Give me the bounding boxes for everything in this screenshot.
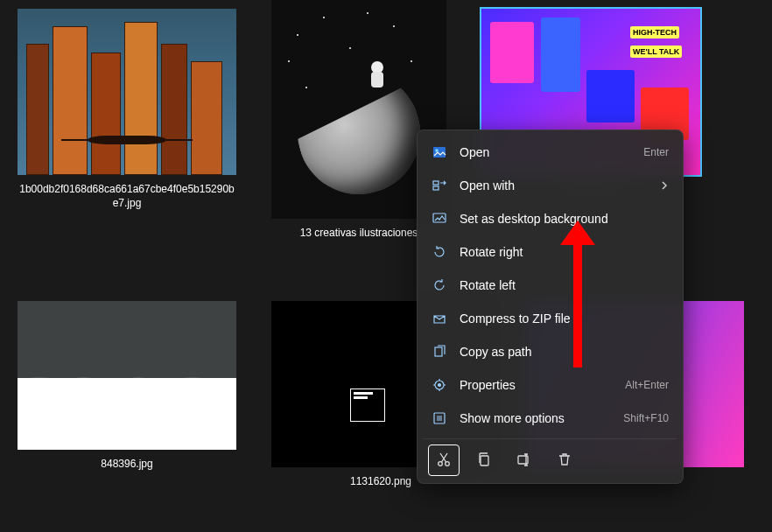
delete-icon [557, 452, 572, 470]
thumbnail [18, 301, 236, 450]
svg-point-0 [297, 34, 298, 36]
menu-item-open[interactable]: Open Enter [423, 136, 677, 169]
rename-icon [516, 452, 532, 470]
menu-item-accel: Shift+F10 [623, 412, 669, 424]
menu-item-accel: Alt+Enter [625, 379, 669, 391]
properties-icon [432, 377, 447, 393]
file-name-label: 1131620.png [350, 474, 411, 488]
svg-rect-10 [433, 181, 439, 185]
svg-rect-19 [481, 456, 488, 466]
desktop-icon [432, 211, 447, 227]
svg-point-1 [323, 17, 325, 18]
chevron-right-icon [660, 178, 669, 192]
svg-rect-11 [433, 186, 439, 190]
svg-point-9 [436, 150, 439, 152]
svg-point-6 [288, 60, 290, 62]
delete-button[interactable] [549, 444, 580, 476]
svg-point-2 [349, 47, 351, 49]
menu-item-label: Show more options [460, 411, 611, 425]
rotate-right-icon [432, 244, 447, 260]
copy-icon [476, 452, 492, 470]
menu-item-compress-zip[interactable]: Compress to ZIP file [423, 302, 677, 335]
rotate-left-icon [432, 277, 447, 293]
menu-item-rotate-right[interactable]: Rotate right [423, 235, 677, 269]
svg-point-18 [446, 461, 450, 466]
menu-item-rotate-left[interactable]: Rotate left [423, 269, 677, 302]
zip-icon [432, 311, 447, 326]
svg-rect-13 [435, 347, 442, 356]
menu-item-set-desktop-background[interactable]: Set as desktop background [423, 202, 677, 235]
open-with-icon [432, 178, 447, 193]
context-menu: Open Enter Open with Set as desktop back… [417, 130, 684, 484]
svg-point-17 [439, 461, 443, 466]
copy-button[interactable] [468, 444, 500, 476]
file-name-label: 13 creativas ilustraciones [300, 226, 418, 240]
thumbnail-text: HIGH-TECH [630, 26, 679, 38]
thumbnail-text: WE'LL TALK [630, 46, 682, 58]
svg-point-5 [305, 87, 307, 88]
svg-point-4 [411, 60, 412, 62]
menu-item-show-more-options[interactable]: Show more options Shift+F10 [423, 402, 677, 435]
file-name-label: 848396.jpg [101, 457, 152, 471]
menu-item-accel: Enter [643, 146, 669, 158]
picture-icon [432, 144, 447, 160]
more-options-icon [432, 410, 447, 426]
svg-point-7 [367, 12, 368, 14]
file-item[interactable]: 848396.jpg [18, 301, 236, 471]
menu-item-label: Rotate left [460, 278, 669, 292]
menu-item-label: Open [460, 145, 631, 159]
menu-item-label: Properties [460, 378, 613, 392]
cut-button[interactable] [428, 444, 460, 476]
svg-point-3 [393, 25, 395, 27]
context-menu-action-bar [423, 438, 677, 478]
svg-rect-8 [433, 147, 446, 158]
menu-item-label: Open with [460, 178, 648, 192]
rename-button[interactable] [509, 444, 540, 476]
menu-item-label: Set as desktop background [460, 212, 669, 226]
menu-item-properties[interactable]: Properties Alt+Enter [423, 368, 677, 402]
svg-point-15 [439, 384, 441, 387]
file-name-label: 1b00db2f0168d68ca661a67cbe4f0e5b15290be7… [18, 182, 236, 210]
menu-item-label: Compress to ZIP file [460, 312, 669, 326]
menu-item-copy-as-path[interactable]: Copy as path [423, 335, 677, 368]
menu-item-label: Rotate right [460, 245, 669, 259]
file-item[interactable]: 1b00db2f0168d68ca661a67cbe4f0e5b15290be7… [18, 9, 236, 210]
menu-item-open-with[interactable]: Open with [423, 169, 677, 202]
copy-path-icon [432, 344, 447, 360]
thumbnail [18, 9, 236, 175]
menu-item-label: Copy as path [460, 345, 669, 359]
cut-icon [436, 452, 452, 470]
